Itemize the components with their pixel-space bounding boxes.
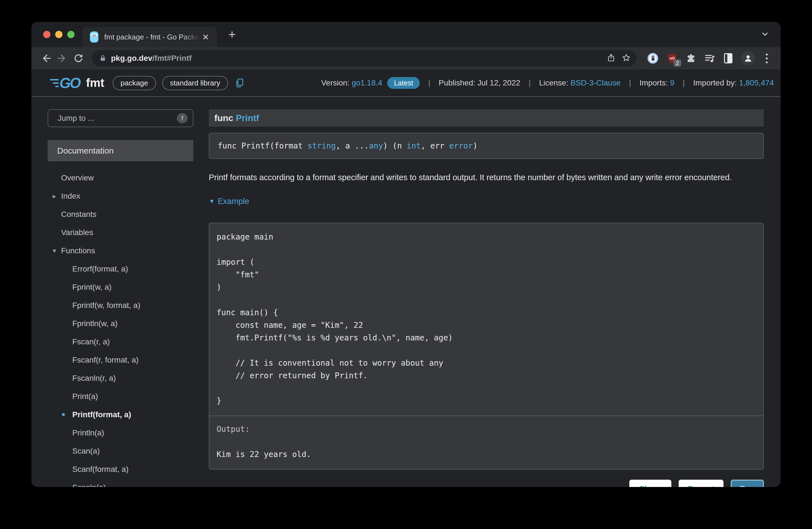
- sidebar-item-label: Constants: [61, 210, 97, 219]
- example-output-text: Kim is 22 years old.: [217, 448, 756, 461]
- func-signature: func Printf(format string, a ...any) (n …: [209, 133, 764, 159]
- func-description: Printf formats according to a format spe…: [209, 171, 764, 185]
- site-header: GO fmt packagestandard library Version: …: [31, 70, 781, 97]
- meta-label: License:: [539, 78, 570, 87]
- sidebar-item-constants[interactable]: Constants: [48, 205, 193, 223]
- sidebar-item-label: Fprintln(w, a): [72, 319, 118, 328]
- sidebar-item-label: Scanln(a): [72, 483, 106, 487]
- sidebar-item-scanfformata[interactable]: Scanf(format, a): [48, 460, 193, 478]
- bookmark-star-icon[interactable]: [622, 53, 631, 63]
- meta-value[interactable]: 9: [670, 78, 675, 87]
- sidebar-item-label: Fscanln(r, a): [72, 374, 116, 383]
- url-text[interactable]: pkg.go.dev/fmt#Printf: [111, 54, 192, 63]
- example-toggle[interactable]: ▼ Example: [209, 197, 764, 206]
- password-manager-extension-icon[interactable]: [647, 53, 659, 64]
- back-button[interactable]: [39, 51, 53, 65]
- meta-label: Imported by:: [693, 78, 739, 87]
- sidebar-item-label: Fscan(r, a): [72, 337, 110, 346]
- reload-button[interactable]: [71, 51, 86, 65]
- sidebar-item-label: Fprint(w, a): [72, 283, 112, 292]
- sidebar-item-label: Index: [61, 192, 81, 201]
- minimize-window-button[interactable]: [55, 31, 62, 38]
- triangle-down-icon: ▼: [209, 198, 215, 205]
- meta-label: Imports:: [639, 78, 670, 87]
- meta-label: Published:: [439, 78, 478, 87]
- sidebar-item-printlna[interactable]: Println(a): [48, 424, 193, 442]
- gopher-favicon-icon: [89, 31, 99, 43]
- sidebar-item-label: Fprintf(w, format, a): [72, 301, 140, 310]
- sidebar-nav: Overview▸IndexConstantsVariables▾Functio…: [48, 169, 193, 487]
- sidebar-item-overview[interactable]: Overview: [48, 169, 193, 187]
- sidebar-item-fscanra[interactable]: Fscan(r, a): [48, 333, 193, 351]
- meta-separator: |: [529, 78, 531, 87]
- main-content: func Printf func Printf(format string, a…: [209, 97, 781, 487]
- extensions-puzzle-icon[interactable]: [686, 53, 696, 63]
- new-tab-button[interactable]: +: [224, 27, 240, 42]
- latest-badge[interactable]: Latest: [387, 77, 420, 89]
- sidebar-item-printfformata[interactable]: •Printf(format, a): [48, 406, 193, 424]
- sidebar-item-fscanlnra[interactable]: Fscanln(r, a): [48, 369, 193, 387]
- signature-type-link[interactable]: int: [407, 141, 421, 150]
- func-heading-name-link[interactable]: Printf: [236, 113, 259, 123]
- zoom-window-button[interactable]: [67, 31, 74, 38]
- sidebar-item-functions[interactable]: ▾Functions: [48, 241, 193, 260]
- signature-type-link[interactable]: any: [369, 141, 383, 150]
- browser-menu-icon[interactable]: [763, 54, 770, 63]
- jump-to-input[interactable]: Jump to ... f: [48, 109, 193, 127]
- example-code[interactable]: package main import ( "fmt" ) func main(…: [209, 223, 763, 415]
- playground-buttons: Share Format Run: [209, 480, 764, 487]
- example-playground: package main import ( "fmt" ) func main(…: [209, 223, 764, 470]
- sidebar-item-errorfformata[interactable]: Errorf(format, a): [48, 260, 193, 278]
- close-window-button[interactable]: [43, 31, 50, 38]
- meta-value[interactable]: 1,805,474: [739, 78, 774, 87]
- media-queue-extension-icon[interactable]: [704, 53, 715, 64]
- sidebar-item-index[interactable]: ▸Index: [48, 187, 193, 205]
- header-meta: Version: go1.18.4Latest|Published: Jul 1…: [321, 78, 774, 87]
- sidebar-item-printa[interactable]: Print(a): [48, 387, 193, 406]
- sidebar-item-scana[interactable]: Scan(a): [48, 442, 193, 460]
- sidebar-item-fprintfwformata[interactable]: Fprintf(w, format, a): [48, 296, 193, 314]
- tab-fmt-package[interactable]: fmt package - fmt - Go Packag ✕: [82, 27, 217, 47]
- sidebar-item-fscanfrformata[interactable]: Fscanf(r, format, a): [48, 351, 193, 369]
- meta-value[interactable]: BSD-3-Clause: [570, 78, 621, 87]
- copy-path-icon[interactable]: [235, 78, 244, 88]
- meta-separator: |: [629, 78, 631, 87]
- sidebar-item-fprintwa[interactable]: Fprint(w, a): [48, 278, 193, 296]
- sidebar-item-fprintlnwa[interactable]: Fprintln(w, a): [48, 314, 193, 333]
- chevron-down-icon[interactable]: ▾: [53, 247, 61, 255]
- url-host: pkg.go.dev: [111, 54, 153, 62]
- signature-text: func Printf(format: [218, 141, 307, 150]
- share-button[interactable]: Share: [629, 480, 671, 487]
- func-heading-keyword: func: [214, 113, 236, 123]
- url-bar[interactable]: pkg.go.dev/fmt#Printf: [92, 50, 636, 67]
- meta-value[interactable]: go1.18.4: [352, 78, 382, 87]
- sidebar-item-documentation[interactable]: Documentation: [48, 140, 193, 161]
- format-button[interactable]: Format: [679, 480, 723, 487]
- output-label: Output:: [217, 423, 756, 436]
- tab-search-chevron-icon[interactable]: [760, 30, 769, 40]
- go-logo-word: GO: [59, 75, 80, 91]
- sidebar-item-label: Overview: [61, 174, 94, 182]
- sidebar-item-label: Errorf(format, a): [72, 265, 128, 274]
- profile-avatar[interactable]: [741, 51, 755, 65]
- signature-type-link[interactable]: string: [307, 141, 336, 150]
- meta-item: License: BSD-3-Clause: [539, 78, 621, 87]
- sidebar-item-variables[interactable]: Variables: [48, 223, 193, 241]
- side-panel-icon[interactable]: [723, 53, 733, 64]
- sidebar-item-label: Println(a): [72, 428, 104, 437]
- sidebar-item-scanlna[interactable]: Scanln(a): [48, 478, 193, 487]
- url-path: /fmt#Printf: [153, 54, 192, 62]
- share-icon[interactable]: [607, 53, 615, 63]
- go-logo[interactable]: GO: [50, 75, 80, 91]
- tab-close-icon[interactable]: ✕: [200, 31, 212, 43]
- sidebar-item-label: Scan(a): [72, 446, 100, 456]
- example-label: Example: [218, 197, 249, 206]
- signature-type-link[interactable]: error: [449, 141, 473, 150]
- sidebar-item-label: Scanf(format, a): [72, 465, 129, 474]
- ublock-extension-icon[interactable]: uO 2: [667, 53, 678, 64]
- lock-icon[interactable]: [99, 54, 106, 62]
- forward-button[interactable]: [55, 51, 70, 65]
- run-button[interactable]: Run: [731, 480, 764, 487]
- chevron-right-icon[interactable]: ▸: [53, 192, 61, 200]
- extensions-cluster: uO 2: [642, 51, 773, 65]
